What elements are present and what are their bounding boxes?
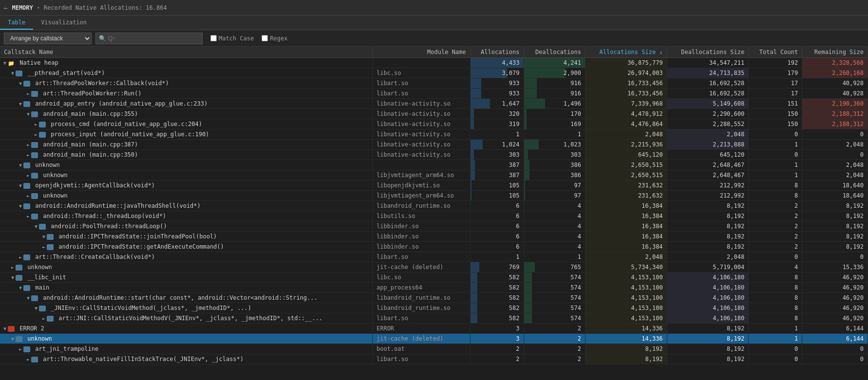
- expand-icon[interactable]: ▼: [10, 275, 16, 280]
- cell-alloc-size: 26,974,003: [585, 68, 667, 78]
- col-header-total[interactable]: Total Count: [749, 47, 802, 58]
- expand-icon[interactable]: ▼: [10, 336, 16, 342]
- table-row[interactable]: ▼ unknown3873862,650,5152,648,46712,048: [0, 160, 868, 170]
- table-row[interactable]: ► process_input (android_native_app_glue…: [0, 129, 868, 140]
- col-header-alloc-size[interactable]: Allocations Size ↓: [585, 47, 667, 58]
- cell-alloc-size: 5,734,340: [585, 262, 667, 272]
- table-row[interactable]: ▼ _JNIEnv::CallStaticVoidMethod(_jclass*…: [0, 303, 868, 313]
- expand-icon[interactable]: ►: [25, 142, 31, 147]
- dealloc-value: 1: [524, 129, 585, 139]
- expand-icon[interactable]: ►: [18, 346, 23, 352]
- col-header-remaining[interactable]: Remaining Size: [802, 47, 868, 58]
- table-row[interactable]: ► art::Throwable_nativeFillInStackTrace(…: [0, 354, 868, 364]
- alloc-value: 582: [471, 303, 524, 313]
- expand-icon[interactable]: ▼: [18, 183, 23, 188]
- cell-dealloc-size: 2,048: [667, 252, 749, 262]
- table-row[interactable]: ▼ ERROR 2ERROR3214,3368,19216,144: [0, 324, 868, 334]
- cell-remaining: 2,048: [802, 170, 868, 181]
- table-row[interactable]: ► android_main (main.cpp:350)libnative-a…: [0, 150, 868, 160]
- table-row[interactable]: ▼ android::IPCThreadState::joinThreadPoo…: [0, 232, 868, 242]
- regex-checkbox[interactable]: [262, 35, 268, 41]
- col-header-dealloc-size[interactable]: Deallocations Size: [667, 47, 749, 58]
- cell-dealloc: 574: [524, 283, 585, 293]
- arrange-select[interactable]: Arrange by callstack Arrange by allocati…: [4, 33, 92, 44]
- table-row[interactable]: ▼ android_app_entry (android_native_app_…: [0, 99, 868, 109]
- expand-icon[interactable]: ▼: [33, 306, 39, 311]
- back-button[interactable]: ←: [4, 4, 8, 12]
- col-header-dealloc[interactable]: Deallocations: [524, 47, 585, 58]
- expand-icon[interactable]: ▼: [18, 285, 23, 290]
- expand-icon[interactable]: ▼: [33, 224, 39, 229]
- expand-icon[interactable]: ►: [10, 265, 16, 270]
- expand-icon[interactable]: ►: [25, 91, 31, 96]
- expand-icon[interactable]: ▼: [2, 326, 8, 331]
- regex-label[interactable]: Regex: [262, 35, 287, 42]
- cell-callstack: ► unknown: [0, 262, 372, 272]
- tab-bar: Table Visualization: [0, 16, 868, 30]
- expand-icon[interactable]: ►: [33, 132, 39, 137]
- expand-icon[interactable]: ►: [33, 122, 39, 127]
- match-case-label[interactable]: Match Case: [210, 35, 254, 42]
- cell-dealloc-size: 5,719,004: [667, 262, 749, 272]
- func-icon: [16, 336, 22, 342]
- cell-callstack: ▼ __libc_init: [0, 272, 372, 283]
- tab-table[interactable]: Table: [0, 16, 33, 30]
- expand-icon[interactable]: ►: [25, 193, 31, 199]
- table-row[interactable]: ▼ __pthread_start(void*)libc.so3,0792,90…: [0, 68, 868, 78]
- table-row[interactable]: ▼ android::AndroidRuntime::start(char co…: [0, 293, 868, 303]
- table-row[interactable]: ► process_cmd (android_native_app_glue.c…: [0, 119, 868, 129]
- table-row[interactable]: ▼ unknownjit-cache (deleted)3214,3368,19…: [0, 334, 868, 344]
- expand-icon[interactable]: ▼: [2, 60, 8, 66]
- table-row[interactable]: ► unknownjit-cache (deleted)7697655,734,…: [0, 262, 868, 272]
- table-row[interactable]: ► art_jni_trampolineboot.oat228,1928,192…: [0, 344, 868, 354]
- expand-icon[interactable]: ▼: [41, 234, 47, 239]
- expand-icon[interactable]: ►: [41, 316, 47, 321]
- cell-alloc-size: 8,192: [585, 344, 667, 354]
- expand-icon[interactable]: ►: [41, 244, 47, 250]
- col-header-alloc[interactable]: Allocations: [470, 47, 524, 58]
- expand-icon[interactable]: ▼: [18, 101, 23, 107]
- table-row[interactable]: ► unknownlibjvmtiagent_arm64.so10597231,…: [0, 191, 868, 201]
- table-row[interactable]: ► art::ThreadPoolWorker::Run()libart.so9…: [0, 89, 868, 99]
- tab-visualization[interactable]: Visualization: [33, 16, 94, 30]
- expand-icon[interactable]: ►: [25, 173, 31, 178]
- search-input[interactable]: [108, 35, 196, 42]
- cell-dealloc-size: 4,106,180: [667, 293, 749, 303]
- expand-icon[interactable]: ▼: [25, 295, 31, 301]
- expand-icon[interactable]: ▼: [25, 111, 31, 117]
- cell-alloc: 105: [470, 191, 524, 201]
- expand-icon[interactable]: ▼: [18, 203, 23, 209]
- expand-icon[interactable]: ▼: [18, 163, 23, 168]
- cell-alloc: 4,433: [470, 58, 524, 68]
- col-header-module[interactable]: Module Name: [372, 47, 470, 58]
- cell-callstack: ▼ android_app_entry (android_native_app_…: [0, 99, 372, 109]
- table-row[interactable]: ▼ android_main (main.cpp:355)libnative-a…: [0, 109, 868, 119]
- table-row[interactable]: ▼ android::PoolThread::threadLoop()libbi…: [0, 221, 868, 232]
- table-row[interactable]: ▼📁 Native heap4,4334,24136,875,77934,547…: [0, 58, 868, 68]
- cell-dealloc-size: 8,192: [667, 344, 749, 354]
- cell-alloc-size: 4,153,100: [585, 272, 667, 283]
- expand-icon[interactable]: ►: [25, 357, 31, 362]
- table-row[interactable]: ► art::JNI::CallStaticVoidMethodV(_JNIEn…: [0, 313, 868, 324]
- table-row[interactable]: ► unknownlibjvmtiagent_arm64.so3873862,6…: [0, 170, 868, 181]
- expand-icon[interactable]: ►: [18, 254, 23, 260]
- expand-icon[interactable]: ►: [25, 152, 31, 158]
- table-row[interactable]: ► android_main (main.cpp:387)libnative-a…: [0, 140, 868, 150]
- table-row[interactable]: ► art::Thread::CreateCallback(void*)liba…: [0, 252, 868, 262]
- table-row[interactable]: ▼ openjdkjvmti::AgentCallback(void*)libo…: [0, 181, 868, 191]
- table-row[interactable]: ▼ mainapp_process645825744,153,1004,106,…: [0, 283, 868, 293]
- table-row[interactable]: ▼ android::AndroidRuntime::javaThreadShe…: [0, 201, 868, 211]
- table-row[interactable]: ▼ __libc_initlibc.so5825744,153,1004,106…: [0, 272, 868, 283]
- cell-callstack: ► process_input (android_native_app_glue…: [0, 129, 372, 140]
- col-header-callstack[interactable]: Callstack Name: [0, 47, 372, 58]
- app-dropdown[interactable]: ▾: [37, 5, 40, 10]
- cell-remaining: 0: [802, 344, 868, 354]
- table-row[interactable]: ▼ art::ThreadPoolWorker::Callback(void*)…: [0, 78, 868, 89]
- table-row[interactable]: ► android::Thread::_threadLoop(void*)lib…: [0, 211, 868, 221]
- expand-icon[interactable]: ▼: [18, 81, 23, 86]
- expand-icon[interactable]: ▼: [10, 71, 16, 76]
- table-row[interactable]: ► android::IPCThreadState::getAndExecute…: [0, 242, 868, 252]
- cell-dealloc: 1: [524, 129, 585, 140]
- match-case-checkbox[interactable]: [210, 35, 217, 41]
- expand-icon[interactable]: ►: [25, 214, 31, 219]
